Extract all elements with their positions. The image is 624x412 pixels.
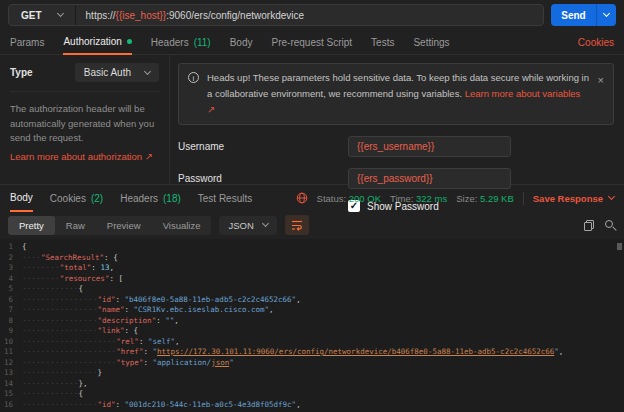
status-value: 200 OK [349,193,381,204]
auth-type-panel: Type Basic Auth The authorization header… [0,55,170,184]
sensitive-data-banner: i Heads up! These parameters hold sensit… [178,63,614,125]
cookies-count-badge: (2) [91,193,103,204]
status-label: Status: [317,193,347,204]
green-dot-icon [127,39,132,44]
request-url-row: GET https://{{ise_host}}:9060/ers/config… [0,0,624,30]
url-prefix: https:// [86,10,116,21]
url-input[interactable]: https://{{ise_host}}:9060/ers/config/net… [76,10,543,21]
code-line: 3········"total": 13, [0,263,624,274]
username-label: Username [178,141,348,152]
chevron-down-icon [608,193,615,200]
search-icon[interactable] [605,220,616,231]
chevron-down-icon [144,67,151,74]
format-value: JSON [228,220,253,231]
send-options-button[interactable] [596,4,616,26]
authorization-panel: Type Basic Auth The authorization header… [0,55,624,185]
response-tab-test-results[interactable]: Test Results [198,185,252,211]
close-icon[interactable]: × [598,71,604,90]
code-line: 9················"link": { [0,326,624,337]
auth-description: The authorization header will be automat… [10,102,159,146]
size-value: 5.29 KB [480,193,514,204]
view-tab-visualize[interactable]: Visualize [152,216,212,235]
password-label: Password [178,173,348,184]
response-tab-cookies[interactable]: Cookies(2) [50,185,103,211]
banner-text: Heads up! These parameters hold sensitiv… [207,70,590,118]
send-button[interactable]: Send [551,4,596,26]
wrap-lines-button[interactable] [285,215,309,235]
scrollbar-thumb[interactable] [617,243,622,250]
code-line: 16················"id": "001dc210-544c-1… [0,400,624,411]
url-variable: {{ise_host}} [116,10,167,21]
code-line: 5············{ [0,284,624,295]
size-label: Size: [456,193,477,204]
method-label: GET [21,10,42,21]
divider [523,192,524,205]
chevron-down-icon [262,220,269,227]
response-headers-count-badge: (18) [163,193,181,204]
response-body-editor[interactable]: 1{2····"SearchResult": {3········"total"… [0,239,624,412]
code-line: 10····················"rel": "self", [0,337,624,348]
response-toolbar: Pretty Raw Preview Visualize JSON [0,211,624,239]
response-tools [584,220,616,231]
view-tab-pretty[interactable]: Pretty [8,216,55,235]
code-line: 1{ [0,242,624,253]
view-mode-segmented-control: Pretty Raw Preview Visualize [8,216,211,235]
auth-type-row: Type Basic Auth [10,63,159,92]
ssl-warning-globe-icon[interactable] [296,192,308,204]
response-tab-body[interactable]: Body [10,185,33,212]
view-tab-preview[interactable]: Preview [96,216,152,235]
username-row: Username {{ers_username}} [178,136,614,157]
learn-more-authorization-link[interactable]: Learn more about authorization ↗ [10,151,153,162]
code-line: 13················} [0,368,624,379]
time-value: 322 ms [416,193,447,204]
chevron-down-icon [57,10,64,17]
tab-body[interactable]: Body [230,30,253,54]
view-tab-raw[interactable]: Raw [55,216,96,235]
wrap-lines-icon [291,220,303,231]
cookies-link[interactable]: Cookies [578,30,614,54]
tab-authorization[interactable]: Authorization [63,30,131,55]
auth-type-value: Basic Auth [84,67,131,78]
tab-prerequest-script[interactable]: Pre-request Script [271,30,352,54]
request-tabs: Params Authorization Headers(11) Body Pr… [0,30,624,55]
chevron-down-icon [603,10,610,17]
url-bar: GET https://{{ise_host}}:9060/ers/config… [8,4,544,26]
tab-settings[interactable]: Settings [413,30,449,54]
save-response-button[interactable]: Save Response [533,193,614,204]
response-meta: Status: 200 OK Time: 322 ms Size: 5.29 K… [296,185,614,211]
headers-count-badge: (11) [194,37,211,48]
code-line: 6················"id": "b406f8e0-5a88-11… [0,295,624,306]
tab-params[interactable]: Params [10,30,44,54]
postman-app: GET https://{{ise_host}}:9060/ers/config… [0,0,624,412]
code-line: 11····················"href": "https://1… [0,347,624,358]
tab-headers[interactable]: Headers(11) [151,30,211,54]
code-line: 4········"resources": [ [0,274,624,285]
url-suffix: :9060/ers/config/networkdevice [166,10,304,21]
format-select[interactable]: JSON [219,216,276,235]
code-lines: 1{2····"SearchResult": {3········"total"… [0,242,624,410]
response-header: Body Cookies(2) Headers(18) Test Results… [0,185,624,211]
auth-form-panel: i Heads up! These parameters hold sensit… [170,55,624,184]
method-select[interactable]: GET [9,5,76,25]
tab-tests[interactable]: Tests [371,30,394,54]
code-line: 14············}, [0,379,624,390]
send-group: Send [551,4,616,26]
info-icon: i [188,72,199,83]
time-label: Time: [390,193,413,204]
copy-icon[interactable] [584,220,594,231]
code-line: 15············{ [0,389,624,400]
auth-type-select[interactable]: Basic Auth [75,63,159,82]
response-tab-headers[interactable]: Headers(18) [120,185,181,211]
username-field[interactable]: {{ers_username}} [348,136,511,157]
code-line: 7················"name": "CSR1Kv.ebc.ise… [0,305,624,316]
code-line: 12····················"type": "applicati… [0,358,624,369]
auth-type-label: Type [10,67,33,78]
code-line: 2····"SearchResult": { [0,253,624,264]
code-line: 8················"description": "", [0,316,624,327]
